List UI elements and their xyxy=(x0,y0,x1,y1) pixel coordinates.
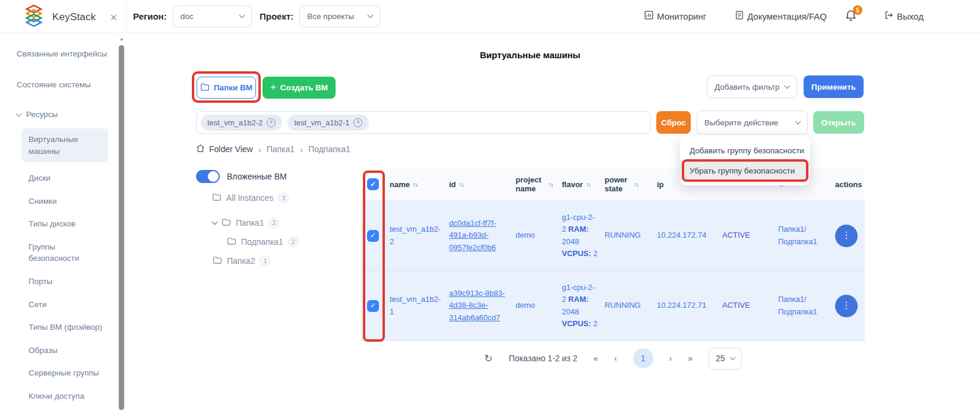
breadcrumb-subfolder1[interactable]: Подпапка1 xyxy=(308,144,350,154)
row-actions-button[interactable]: ⋮ xyxy=(835,225,858,247)
docs-link[interactable]: Документация/FAQ xyxy=(735,10,827,22)
region-select[interactable]: doc xyxy=(173,5,252,27)
sidebar-item-server-groups[interactable]: Серверные группы xyxy=(21,367,108,379)
keystack-logo-icon xyxy=(24,4,44,30)
next-page-button[interactable]: › xyxy=(669,354,672,363)
sidebar-item-images[interactable]: Образы xyxy=(21,345,108,357)
cell-folder: Папка1/Подпапка1 xyxy=(778,223,835,247)
scrollbar-thumb[interactable] xyxy=(119,45,124,410)
breadcrumb-folder1[interactable]: Папка1 xyxy=(267,144,295,154)
column-header-id[interactable]: id↑↓ xyxy=(449,180,516,189)
sidebar-item-flavors[interactable]: Типы ВМ (флэйвор) xyxy=(21,321,108,333)
sidebar-item-disk-types[interactable]: Типы дисков xyxy=(21,218,108,230)
logout-button[interactable]: Выход xyxy=(884,10,924,22)
filter-chips-bar[interactable]: test_vm_a1b2-2 × test_vm_a1b2-1 × xyxy=(196,111,651,134)
sidebar-item-linked-interfaces[interactable]: Связанные интерфейсы xyxy=(17,49,112,59)
last-page-button[interactable]: » xyxy=(688,354,693,363)
row-checkbox[interactable]: ✓ xyxy=(367,230,379,242)
table-row-vm-1: ✓ test_vm_a1b2-2 dc0da1cf-ff7f-491a-b93d… xyxy=(361,201,865,271)
apply-button[interactable]: Применить xyxy=(804,75,864,98)
column-header-power-state[interactable]: power state↑↓ xyxy=(605,175,657,193)
first-page-button[interactable]: « xyxy=(593,354,598,363)
sidebar-item-disks[interactable]: Диски xyxy=(21,172,108,184)
tree-node-all-instances[interactable]: All Instances 3 xyxy=(212,193,289,203)
chevron-down-icon xyxy=(785,83,791,89)
action-select[interactable]: Выберите действие xyxy=(697,111,808,134)
sidebar-item-system-state[interactable]: Состояние системы xyxy=(17,80,112,90)
tree-node-subfolder1[interactable]: Подпапка1 2 xyxy=(227,236,299,247)
chip-remove-icon[interactable]: × xyxy=(353,118,362,127)
sort-icon[interactable]: ↑↓ xyxy=(586,181,590,188)
prev-page-button[interactable]: ‹ xyxy=(614,354,617,363)
vm-count-badge: 2 xyxy=(268,217,279,228)
action-select-placeholder: Выберите действие xyxy=(704,118,778,127)
create-vm-button[interactable]: + Создать ВМ xyxy=(263,77,336,99)
sidebar-item-ports[interactable]: Порты xyxy=(21,276,108,288)
current-page-button[interactable]: 1 xyxy=(633,348,653,368)
row-checkbox[interactable]: ✓ xyxy=(367,300,379,312)
page-size-select[interactable]: 25 xyxy=(709,348,742,370)
bell-icon xyxy=(845,14,857,24)
sort-icon[interactable]: ↑↓ xyxy=(548,181,553,188)
select-all-checkbox[interactable]: ✓ xyxy=(367,178,379,190)
ram-label: RAM: xyxy=(568,225,589,234)
notifications-button[interactable]: 5 xyxy=(845,9,857,25)
refresh-icon[interactable]: ↻ xyxy=(484,352,492,365)
app-window: KeyStack × Регион: doc Проект: Все проек… xyxy=(0,0,980,410)
folder-icon xyxy=(222,218,231,228)
sidebar-section-resources[interactable]: Ресурсы xyxy=(17,110,112,119)
scroll-up-icon[interactable]: ▲ xyxy=(118,36,126,42)
open-button[interactable]: Открыть xyxy=(813,111,864,134)
docs-label: Документация/FAQ xyxy=(747,11,827,21)
vm-count-badge: 2 xyxy=(288,236,299,247)
vm-count-badge: 1 xyxy=(260,256,270,266)
reset-button[interactable]: Сброс xyxy=(656,111,691,134)
tree-node-label: Подпапка1 xyxy=(241,237,283,247)
column-header-name[interactable]: name↑↓ xyxy=(390,180,449,189)
menu-item-remove-security-group[interactable]: Убрать группу безопасности xyxy=(680,160,810,181)
tree-node-folder1[interactable]: Папка1 2 xyxy=(213,217,279,228)
vm-id-link[interactable]: a39c913c-8b83-4d38-8c3e-314ab6a60cd7 xyxy=(449,289,505,321)
nested-vm-toggle-row: Вложенные ВМ xyxy=(196,170,287,183)
row-actions-button[interactable]: ⋮ xyxy=(835,295,858,317)
plus-icon: + xyxy=(270,81,276,93)
vcpus-label: VCPUS: xyxy=(562,319,591,328)
action-dropdown-menu: Добавить группу безопасности Убрать груп… xyxy=(680,135,810,185)
cell-ip: 10.224.172.74 xyxy=(657,229,722,241)
column-header-project-name[interactable]: project name↑↓ xyxy=(516,175,562,193)
nested-vm-toggle[interactable] xyxy=(196,170,220,183)
monitoring-link[interactable]: Мониторинг xyxy=(644,10,706,22)
table-row-vm-2: ✓ test_vm_a1b2-1 a39c913c-8b83-4d38-8c3e… xyxy=(361,271,865,341)
nested-vm-toggle-label: Вложенные ВМ xyxy=(227,172,287,181)
sidebar: Связанные интерфейсы Состояние системы Р… xyxy=(0,33,118,410)
cell-name: test_vm_a1b2-1 xyxy=(390,294,449,317)
tree-node-label: Папка2 xyxy=(227,256,255,266)
menu-item-add-security-group[interactable]: Добавить группу безопасности xyxy=(680,140,810,160)
sidebar-close-icon[interactable]: × xyxy=(110,11,117,24)
page-title: Виртуальные машины xyxy=(196,50,864,60)
tree-node-folder2[interactable]: Папка2 1 xyxy=(213,256,270,266)
breadcrumb-folder-view[interactable]: Folder View xyxy=(196,144,253,154)
add-filter-placeholder: Добавить фильтр xyxy=(715,83,780,92)
sidebar-item-virtual-machines[interactable]: Виртуальные машины xyxy=(21,128,108,162)
brand-name: KeyStack xyxy=(52,11,96,23)
sidebar-scrollbar[interactable]: ▲ xyxy=(118,33,126,410)
add-filter-select[interactable]: Добавить фильтр xyxy=(707,75,797,98)
project-select[interactable]: Все проекты xyxy=(299,5,380,27)
chip-remove-icon[interactable]: × xyxy=(267,118,276,127)
brand: KeyStack × xyxy=(24,4,117,30)
resources-submenu: Виртуальные машины Диски Снимки Типы дис… xyxy=(17,128,112,402)
sort-icon[interactable]: ↑↓ xyxy=(459,181,464,188)
vm-id-link[interactable]: dc0da1cf-ff7f-491a-b93d-0957fe2cf0b6 xyxy=(449,219,496,251)
column-header-flavor[interactable]: flavor↑↓ xyxy=(562,180,605,189)
sidebar-item-snapshots[interactable]: Снимки xyxy=(21,195,108,207)
sidebar-item-networks[interactable]: Сети xyxy=(21,299,108,311)
vm-folders-label: Папки ВМ xyxy=(214,83,252,92)
logout-icon xyxy=(884,10,894,22)
sort-icon[interactable]: ↑↓ xyxy=(413,181,418,188)
sort-icon[interactable]: ↑↓ xyxy=(634,181,638,188)
vm-folders-button[interactable]: Папки ВМ xyxy=(197,77,256,99)
breadcrumb: Folder View › Папка1 › Подпапка1 xyxy=(196,144,350,154)
sidebar-item-access-keys[interactable]: Ключи доступа xyxy=(21,390,108,402)
sidebar-item-security-groups[interactable]: Группы безопасности xyxy=(21,241,108,264)
